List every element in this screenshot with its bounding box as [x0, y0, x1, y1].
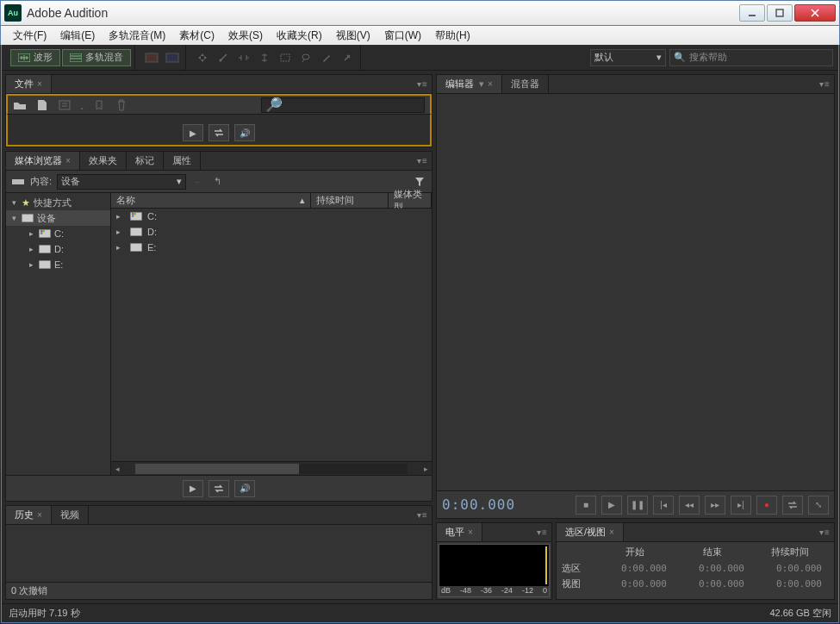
workspace-select[interactable]: 默认 ▾: [590, 49, 666, 66]
maximize-button[interactable]: [767, 4, 793, 22]
tree-shortcuts[interactable]: ▾★快捷方式: [6, 195, 110, 210]
tab-media-browser[interactable]: 媒体浏览器×: [6, 152, 80, 170]
tab-editor[interactable]: 编辑器▾×: [437, 75, 502, 93]
goto-end-button[interactable]: ▸|: [731, 496, 751, 515]
loop-button[interactable]: [208, 480, 229, 497]
column-type[interactable]: 媒体类型: [389, 193, 432, 208]
view-start[interactable]: 0:00.000: [596, 578, 674, 590]
time-select-tool[interactable]: [255, 49, 274, 66]
menu-window[interactable]: 窗口(W): [377, 28, 428, 43]
column-duration[interactable]: 持续时间: [311, 193, 389, 208]
tree-drive-d[interactable]: ▸D:: [6, 241, 110, 257]
close-icon[interactable]: ×: [488, 79, 493, 89]
history-list[interactable]: [6, 525, 432, 582]
chevron-down-icon[interactable]: ▾: [479, 78, 484, 90]
view-duration[interactable]: 0:00.000: [751, 578, 829, 590]
menu-help[interactable]: 帮助(H): [428, 28, 477, 43]
selection-end[interactable]: 0:00.000: [674, 563, 751, 574]
minimize-button[interactable]: [739, 4, 765, 22]
multitrack-mode-button[interactable]: 多轨混音: [62, 49, 131, 66]
up-icon[interactable]: ↰: [210, 175, 224, 189]
selection-start[interactable]: 0:00.000: [596, 563, 674, 574]
close-button[interactable]: [794, 4, 836, 22]
close-icon[interactable]: ×: [37, 510, 42, 520]
close-icon[interactable]: ×: [37, 79, 42, 89]
record-button[interactable]: ●: [756, 496, 777, 515]
play-button[interactable]: ▶: [183, 124, 203, 141]
forward-button[interactable]: ▸▸: [705, 496, 725, 515]
search-help-input[interactable]: 🔍 搜索帮助: [669, 49, 833, 66]
menu-favorites[interactable]: 收藏夹(R): [270, 28, 329, 43]
editor-canvas[interactable]: [437, 94, 834, 490]
panel-menu-button[interactable]: [818, 527, 831, 537]
play-button[interactable]: ▶: [183, 480, 203, 497]
tab-effects-rack[interactable]: 效果夹: [80, 152, 127, 170]
menu-clip[interactable]: 素材(C): [172, 28, 221, 43]
delete-icon[interactable]: [115, 98, 128, 112]
files-search-input[interactable]: 🔎: [261, 97, 425, 113]
close-file-icon[interactable]: [92, 98, 106, 112]
tab-history[interactable]: 历史×: [6, 506, 52, 524]
tree-drive-c[interactable]: ▸C:: [6, 226, 110, 241]
tab-markers[interactable]: 标记: [127, 152, 164, 170]
new-file-icon[interactable]: [35, 98, 49, 112]
selection-duration[interactable]: 0:00.000: [751, 563, 829, 574]
tab-selection-view[interactable]: 选区/视图×: [557, 523, 624, 541]
tree-drive-e[interactable]: ▸E:: [6, 257, 110, 272]
goto-start-button[interactable]: |◂: [653, 496, 674, 515]
spectral-pitch-button[interactable]: [163, 49, 182, 66]
panel-menu-button[interactable]: [416, 78, 428, 89]
play-button[interactable]: ▶: [601, 496, 622, 515]
tab-video[interactable]: 视频: [52, 506, 89, 524]
menu-multitrack[interactable]: 多轨混音(M): [102, 28, 172, 43]
rewind-button[interactable]: ◂◂: [679, 496, 700, 515]
slip-tool[interactable]: [234, 49, 253, 66]
brush-tool[interactable]: [317, 49, 336, 66]
open-file-icon[interactable]: [13, 98, 27, 112]
list-item[interactable]: ▸D:: [111, 224, 432, 240]
panel-menu-button[interactable]: [416, 509, 428, 520]
back-icon[interactable]: ←: [191, 175, 205, 189]
close-icon[interactable]: ×: [609, 527, 614, 537]
tab-properties[interactable]: 属性: [164, 152, 201, 170]
import-icon[interactable]: [58, 98, 72, 112]
marquee-tool[interactable]: [276, 49, 295, 66]
close-icon[interactable]: ×: [65, 156, 71, 165]
menu-edit[interactable]: 编辑(E): [53, 28, 102, 43]
spectral-freq-button[interactable]: [142, 49, 161, 66]
loop-button[interactable]: [208, 124, 229, 141]
levels-meter[interactable]: dB -48 -36 -24 -12 0: [439, 544, 550, 597]
column-name[interactable]: 名称▴: [111, 193, 311, 208]
menu-effects[interactable]: 效果(S): [221, 28, 270, 43]
razor-tool[interactable]: [214, 49, 233, 66]
menu-file[interactable]: 文件(F): [6, 28, 53, 43]
tab-files[interactable]: 文件×: [6, 75, 52, 93]
stop-button[interactable]: ■: [576, 496, 596, 515]
pause-button[interactable]: ❚❚: [627, 496, 648, 515]
tree-devices[interactable]: ▾设备: [6, 210, 110, 226]
autoplay-button[interactable]: 🔊: [234, 480, 255, 497]
waveform-mode-button[interactable]: 波形: [10, 49, 60, 66]
autoplay-button[interactable]: 🔊: [234, 124, 255, 141]
heal-tool[interactable]: [338, 49, 357, 66]
view-end[interactable]: 0:00.000: [674, 578, 751, 590]
panel-menu-button[interactable]: [536, 527, 548, 537]
filter-icon[interactable]: [413, 175, 426, 189]
media-list[interactable]: ▸C: ▸D: ▸E:: [111, 209, 432, 461]
move-tool[interactable]: [193, 49, 212, 66]
panel-menu-button[interactable]: [416, 155, 428, 165]
lasso-tool[interactable]: [296, 49, 315, 66]
skip-selection-button[interactable]: ⤡: [808, 496, 829, 515]
content-select[interactable]: 设备▾: [57, 174, 186, 190]
list-item[interactable]: ▸E:: [111, 240, 432, 255]
menu-view[interactable]: 视图(V): [329, 28, 377, 43]
media-tree[interactable]: ▾★快捷方式 ▾设备 ▸C: ▸D: ▸E:: [6, 193, 111, 475]
list-item[interactable]: ▸C:: [111, 209, 432, 224]
close-icon[interactable]: ×: [468, 527, 473, 537]
tab-levels[interactable]: 电平×: [437, 523, 482, 541]
tab-mixer[interactable]: 混音器: [502, 75, 549, 93]
panel-menu-button[interactable]: [818, 78, 831, 89]
horizontal-scrollbar[interactable]: ◂▸: [111, 461, 432, 475]
timecode-display[interactable]: 0:00.000: [442, 496, 570, 513]
loop-button[interactable]: [782, 496, 803, 515]
